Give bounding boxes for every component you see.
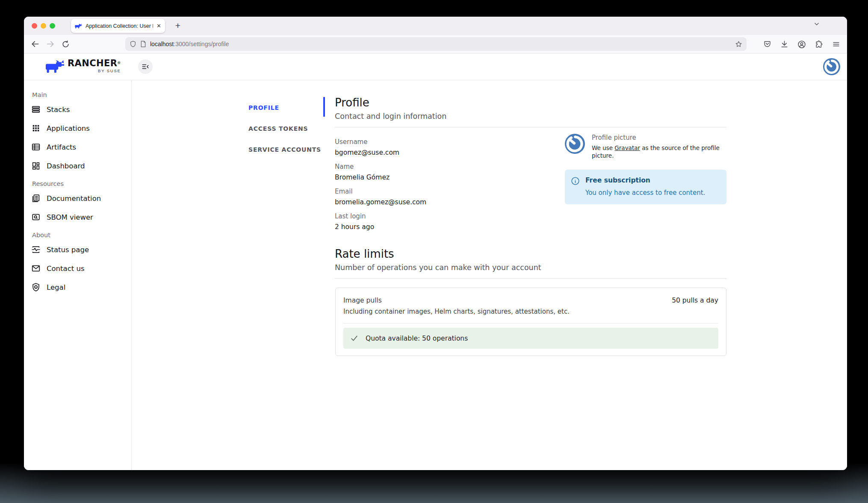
url-bar[interactable]: localhost:3000/settings/profile — [125, 37, 747, 51]
browser-toolbar: localhost:3000/settings/profile — [24, 35, 847, 53]
page-info-icon[interactable] — [140, 41, 146, 47]
subscription-title: Free subscription — [585, 176, 705, 185]
divider — [343, 323, 718, 324]
browser-tab[interactable]: Application Collection: User Pro ✕ — [71, 19, 165, 33]
sidebar-item-sbom-viewer[interactable]: SBOM viewer — [31, 208, 131, 226]
collapse-sidebar-icon — [142, 63, 149, 71]
sidebar-section-main: Main — [32, 91, 131, 98]
tracking-shield-icon[interactable] — [130, 41, 136, 47]
tab-profile[interactable]: PROFILE — [248, 104, 321, 111]
applications-grid-icon — [31, 124, 41, 133]
profile-picture-row: Profile picture We use Gravatar as the s… — [565, 134, 726, 159]
artifacts-table-icon — [31, 142, 41, 152]
legal-shield-icon — [31, 282, 41, 292]
status-page-icon — [31, 245, 41, 254]
divider — [335, 127, 726, 127]
sidebar-item-documentation[interactable]: Documentation — [31, 189, 131, 208]
tab-service-accounts[interactable]: SERVICE ACCOUNTS — [248, 146, 321, 153]
collapse-sidebar-button[interactable] — [138, 59, 153, 74]
rate-limit-description: Including container images, Helm charts,… — [343, 307, 718, 316]
rate-limit-value: 50 pulls a day — [672, 297, 718, 304]
mail-icon — [31, 264, 41, 273]
divider — [335, 278, 726, 279]
info-icon — [571, 176, 580, 197]
subscription-info-box: Free subscription You only have access t… — [565, 170, 726, 204]
app-header: RANCHER® BY SUSE — [24, 53, 847, 80]
sidebar-item-artifacts[interactable]: Artifacts — [31, 138, 131, 156]
subscription-body: You only have access to free content. — [585, 188, 705, 197]
sidebar-item-legal[interactable]: Legal — [31, 278, 131, 297]
logo-wordmark: RANCHER® — [68, 59, 121, 68]
close-window-button[interactable] — [32, 23, 37, 29]
new-tab-button[interactable]: + — [172, 20, 184, 32]
pocket-icon[interactable] — [763, 40, 771, 48]
rate-limits-subtitle: Number of operations you can make with y… — [335, 263, 726, 272]
downloads-icon[interactable] — [780, 40, 788, 48]
rancher-cow-icon — [45, 60, 65, 73]
field-last-login: Last login 2 hours ago — [335, 212, 726, 232]
sidebar-item-contact-us[interactable]: Contact us — [31, 259, 131, 278]
sidebar-section-resources: Resources — [32, 180, 131, 187]
rancher-logo[interactable]: RANCHER® BY SUSE — [45, 59, 121, 73]
sidebar-item-status-page[interactable]: Status page — [31, 240, 131, 259]
profile-avatar — [565, 134, 585, 154]
documentation-icon — [31, 194, 41, 203]
sidebar-item-applications[interactable]: Applications — [31, 119, 131, 138]
rate-limits-title: Rate limits — [335, 247, 726, 260]
bookmark-star-icon[interactable] — [735, 41, 742, 48]
sidebar: Main Stacks Applications — [24, 80, 132, 470]
check-icon — [350, 334, 358, 342]
sidebar-item-dashboard[interactable]: Dashboard — [31, 156, 131, 175]
minimize-window-button[interactable] — [41, 23, 46, 29]
tab-title: Application Collection: User Pro — [86, 23, 153, 29]
rate-limits-section-header: Rate limits Number of operations you can… — [323, 247, 726, 279]
url-text: localhost:3000/settings/profile — [150, 41, 731, 47]
profile-side-column: Profile picture We use Gravatar as the s… — [565, 134, 726, 204]
browser-tab-strip: Application Collection: User Pro ✕ + — [24, 17, 847, 35]
list-all-tabs-chevron-icon[interactable] — [814, 21, 820, 27]
browser-window: Application Collection: User Pro ✕ + — [24, 17, 847, 470]
profile-content: Profile Contact and login information Us… — [323, 80, 726, 356]
sidebar-section-about: About — [32, 232, 131, 238]
rancher-favicon-icon — [75, 24, 82, 29]
logo-byline: BY SUSE — [98, 68, 121, 73]
back-icon[interactable] — [31, 40, 39, 48]
page-subtitle: Contact and login information — [335, 112, 726, 121]
stacks-icon — [31, 105, 41, 114]
sidebar-item-stacks[interactable]: Stacks — [31, 100, 131, 119]
extensions-puzzle-icon[interactable] — [815, 40, 823, 48]
settings-nav: PROFILE ACCESS TOKENS SERVICE ACCOUNTS — [248, 104, 321, 167]
sbom-viewer-icon — [31, 212, 41, 222]
tab-access-tokens[interactable]: ACCESS TOKENS — [248, 125, 321, 132]
gravatar-note: We use Gravatar as the source of the pro… — [592, 144, 726, 159]
gravatar-link[interactable]: Gravatar — [614, 144, 640, 151]
user-avatar[interactable] — [823, 58, 840, 75]
menu-icon[interactable] — [832, 40, 840, 48]
rate-limit-name: Image pulls — [343, 297, 382, 304]
reload-icon[interactable] — [62, 40, 70, 48]
main-content-area: PROFILE ACCESS TOKENS SERVICE ACCOUNTS P… — [132, 80, 847, 470]
close-tab-icon[interactable]: ✕ — [156, 23, 161, 29]
account-icon[interactable] — [797, 40, 806, 49]
profile-picture-label: Profile picture — [592, 134, 726, 142]
page-title: Profile — [335, 96, 726, 109]
zoom-window-button[interactable] — [50, 23, 55, 29]
dashboard-icon — [31, 161, 41, 171]
quota-text: Quota available: 50 operations — [366, 335, 468, 342]
quota-status-banner: Quota available: 50 operations — [343, 328, 718, 349]
profile-section-header: Profile Contact and login information — [323, 96, 726, 127]
forward-icon[interactable] — [46, 40, 55, 48]
rate-limit-card: Image pulls 50 pulls a day Including con… — [335, 288, 726, 356]
